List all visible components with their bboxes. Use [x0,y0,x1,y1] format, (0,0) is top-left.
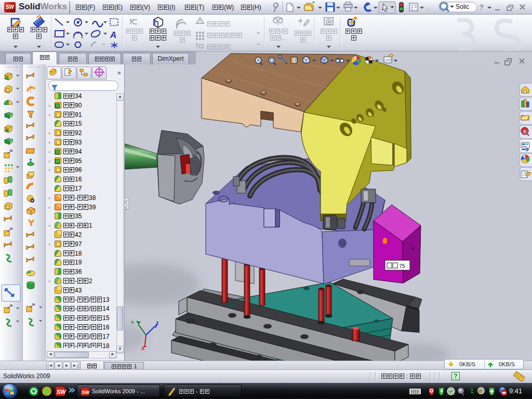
svg-text:?: ? [479,3,484,11]
svg-text:SW: SW [57,389,66,395]
svg-text:»: » [117,69,121,76]
svg-text:A: A [110,30,116,40]
svg-text:75: 75 [399,263,405,269]
svg-text:SW: SW [82,389,89,395]
svg-text:..: .. [427,4,430,10]
svg-text:Y: Y [131,320,134,325]
svg-text:Solic: Solic [456,3,469,10]
